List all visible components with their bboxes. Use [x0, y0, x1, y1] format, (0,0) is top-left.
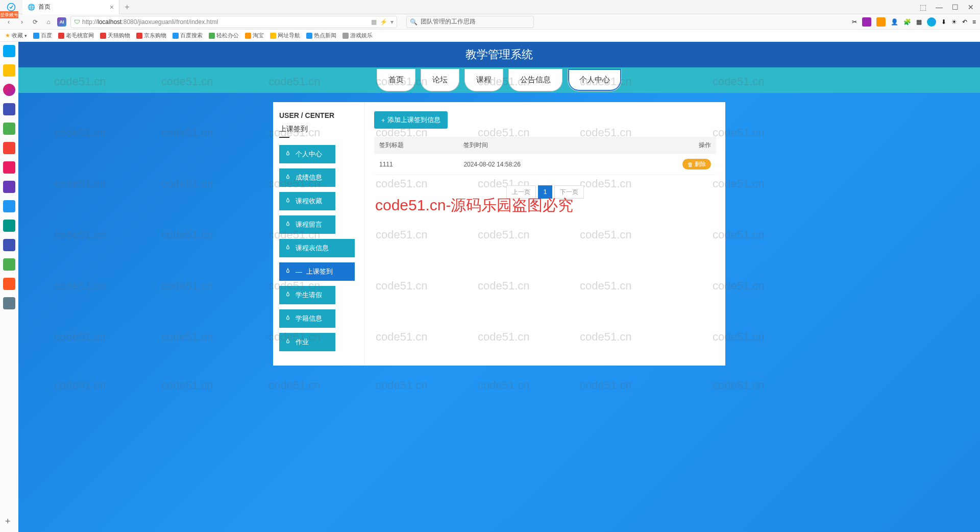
lt-icon-5[interactable] [3, 123, 15, 135]
sidebar-item-label: 课程表信息 [296, 244, 329, 253]
cell-title: 1111 [374, 154, 458, 175]
bookmark-item[interactable]: 网址导航 [270, 32, 300, 39]
lt-icon-2[interactable] [3, 64, 15, 77]
sidebar-item-label: 个人中心 [296, 150, 322, 159]
download-icon[interactable]: ⬇ [941, 18, 946, 26]
bookmark-item[interactable]: 京东购物 [136, 32, 166, 39]
sidebar-item-label: 学籍信息 [296, 314, 322, 323]
add-button-label: 添加上课签到信息 [387, 115, 440, 125]
ext-icon-5[interactable]: ▦ [916, 18, 922, 26]
url-input[interactable]: 🛡 http://localhost:8080/jiaoxueguanli/fr… [70, 16, 397, 28]
sidebar-item-3[interactable]: 课程留言 [279, 215, 335, 234]
browser-tab[interactable]: 🌐 首页 × [22, 0, 119, 14]
nav-home[interactable]: 首页 [377, 69, 415, 91]
nav-course[interactable]: 课程 [464, 69, 503, 91]
watermark-text: code51.cn [161, 379, 213, 392]
dropdown-icon[interactable]: ▾ [390, 18, 394, 26]
lt-icon-6[interactable] [3, 142, 15, 154]
back-button[interactable]: ‹ [4, 17, 13, 27]
lt-icon-1[interactable] [3, 45, 15, 57]
minimize-icon[interactable]: — [936, 3, 943, 11]
sidebar-item-6[interactable]: 学生请假 [279, 286, 335, 304]
nav-user-center[interactable]: 个人中心 [568, 69, 622, 91]
browser-tab-strip: 🌐 首页 × + ⬚ — ☐ ✕ [0, 0, 980, 14]
flame-icon [284, 245, 291, 252]
lt-icon-4[interactable] [3, 103, 15, 115]
sidebar-item-8[interactable]: 作业 [279, 333, 335, 351]
sidebar-item-4[interactable]: 课程表信息 [279, 239, 355, 257]
lt-icon-9[interactable] [3, 200, 15, 212]
qr-icon[interactable]: ▦ [371, 18, 377, 26]
maximize-icon[interactable]: ☐ [952, 3, 959, 11]
search-input[interactable]: 🔍 团队管理的工作思路 [406, 16, 534, 28]
lt-icon-7[interactable] [3, 161, 15, 174]
flame-icon [284, 338, 291, 346]
watermark-text: code51.cn [580, 379, 632, 392]
sidebar: USER / CENTER 上课签到 个人中心成绩信息课程收藏课程留言课程表信息… [273, 102, 365, 366]
sidebar-divider [279, 137, 289, 138]
main-panel: USER / CENTER 上课签到 个人中心成绩信息课程收藏课程留言课程表信息… [273, 102, 725, 366]
ext-icon-6[interactable] [927, 17, 936, 27]
ext-icon-1[interactable] [862, 17, 871, 27]
delete-label: 删除 [695, 160, 706, 168]
bookmark-item[interactable]: 百度 [33, 32, 52, 39]
bookmark-item[interactable]: 老毛桃官网 [58, 32, 94, 39]
dash-icon: — [296, 268, 302, 276]
sidebar-item-0[interactable]: 个人中心 [279, 145, 335, 163]
sidebar-item-5[interactable]: —上课签到 [279, 262, 355, 281]
reload-button[interactable]: ⟳ [31, 17, 40, 27]
sidebar-title: USER / CENTER [279, 111, 358, 119]
app-title: 教学管理系统 [465, 47, 533, 62]
bookmark-item[interactable]: 游戏娱乐 [342, 32, 373, 39]
col-action: 操作 [622, 137, 716, 154]
ext-icon-4[interactable]: 🧩 [903, 18, 911, 26]
lt-icon-11[interactable] [3, 239, 15, 251]
sidebar-item-1[interactable]: 成绩信息 [279, 168, 335, 187]
bookmark-item[interactable]: 天猫购物 [100, 32, 130, 39]
bookmark-item[interactable]: 百度搜索 [173, 32, 203, 39]
close-icon[interactable]: × [110, 3, 114, 11]
cell-time: 2024-08-02 14:58:26 [458, 154, 622, 175]
plus-icon: + [381, 116, 385, 124]
ext-icon-2[interactable] [876, 17, 886, 27]
bookmark-item[interactable]: 热点新闻 [306, 32, 336, 39]
watermark-text: code51.cn [376, 379, 428, 392]
flame-icon [284, 292, 291, 299]
tab-title: 首页 [38, 3, 51, 11]
ai-icon[interactable]: AI [57, 17, 66, 27]
lt-icon-3[interactable] [3, 84, 15, 96]
table-row: 1111 2024-08-02 14:58:26 🗑 删除 [374, 154, 716, 175]
sidebar-item-7[interactable]: 学籍信息 [279, 309, 335, 328]
flash-icon[interactable]: ⚡ [380, 18, 387, 26]
delete-button[interactable]: 🗑 删除 [682, 159, 711, 170]
login-badge: 登录账号 [0, 11, 18, 18]
page-content: code51.cncode51.cncode51.cncode51.cncode… [18, 42, 980, 532]
lt-icon-10[interactable] [3, 220, 15, 232]
menu-icon[interactable]: ≡ [972, 18, 976, 26]
watermark-text: code51.cn [478, 379, 530, 392]
flame-icon [284, 268, 291, 275]
flame-icon [284, 174, 291, 181]
split-icon[interactable]: ⬚ [920, 3, 926, 11]
address-bar: ‹ › ⟳ ⌂ AI 🛡 http://localhost:8080/jiaox… [0, 14, 980, 30]
add-toolbar-icon[interactable]: + [5, 516, 11, 527]
home-button[interactable]: ⌂ [44, 17, 53, 27]
bookmark-fav[interactable]: ★收藏▾ [5, 32, 27, 39]
new-tab-button[interactable]: + [119, 3, 135, 12]
sidebar-item-2[interactable]: 课程收藏 [279, 192, 335, 210]
scissors-icon[interactable]: ✂ [852, 18, 857, 26]
bookmark-item[interactable]: 淘宝 [245, 32, 264, 39]
forward-button[interactable]: › [17, 17, 27, 27]
nav-announce[interactable]: 公告信息 [508, 69, 562, 91]
settings-icon[interactable]: ☀ [951, 18, 957, 26]
ext-icon-3[interactable]: 👤 [891, 18, 898, 26]
undo-icon[interactable]: ↶ [962, 18, 967, 26]
close-window-icon[interactable]: ✕ [968, 3, 974, 11]
bookmark-item[interactable]: 轻松办公 [209, 32, 239, 39]
lt-icon-14[interactable] [3, 297, 15, 309]
lt-icon-12[interactable] [3, 258, 15, 271]
nav-forum[interactable]: 论坛 [421, 69, 459, 91]
lt-icon-8[interactable] [3, 181, 15, 193]
lt-icon-13[interactable] [3, 278, 15, 290]
add-signin-button[interactable]: + 添加上课签到信息 [374, 111, 448, 129]
